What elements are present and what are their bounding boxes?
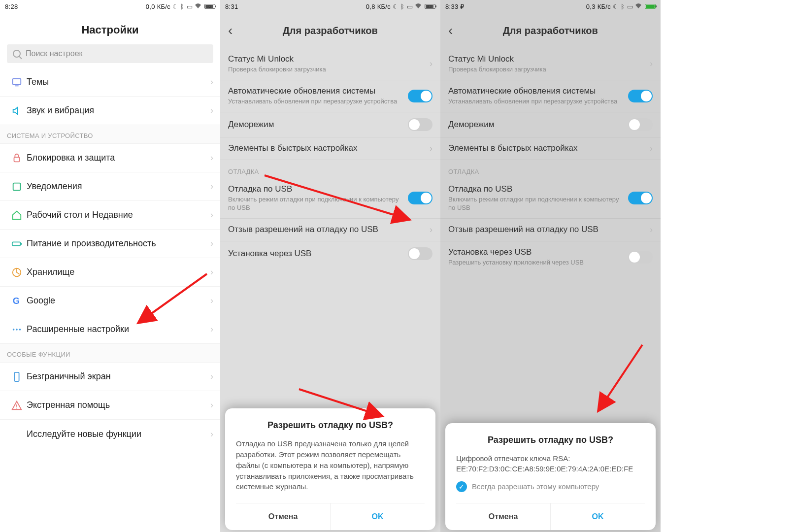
- toggle-switch[interactable]: [408, 118, 432, 131]
- row-label: Безграничный экран: [27, 371, 210, 382]
- chevron-right-icon: ›: [650, 59, 653, 69]
- toggle-switch[interactable]: [628, 118, 653, 131]
- ok-button[interactable]: OK: [331, 503, 425, 530]
- network-speed: 0,0 КБ/с: [146, 3, 170, 10]
- row-sound[interactable]: Звук и вибрация ›: [0, 97, 220, 125]
- toggle-switch[interactable]: [408, 192, 432, 204]
- toggle-switch[interactable]: [628, 192, 653, 204]
- row-qs-tiles[interactable]: Элементы в быстрых настройках ›: [220, 137, 440, 160]
- row-title: Отзыв разрешений на отладку по USB: [228, 225, 425, 234]
- row-title: Установка через USB: [228, 249, 403, 259]
- cancel-button[interactable]: Отмена: [236, 503, 331, 530]
- status-bar: 8:28 0,0 КБ/с ☾ ᛒ ▭ 82: [0, 0, 220, 13]
- search-placeholder: Поиск настроек: [26, 49, 83, 58]
- dialog-body: Цифровой отпечаток ключа RSA: EE:70:F2:D…: [456, 453, 645, 493]
- dnd-icon: ☾: [613, 3, 619, 10]
- row-usb-debug[interactable]: Отладка по USB Включить режим отладки пр…: [440, 178, 661, 219]
- clock: 8:28: [5, 3, 18, 10]
- row-mi-unlock[interactable]: Статус Mi Unlock Проверка блокировки заг…: [440, 48, 661, 80]
- row-label: Расширенные настройки: [27, 324, 210, 334]
- row-home[interactable]: Рабочий стол и Недавние ›: [0, 201, 220, 230]
- row-mi-unlock[interactable]: Статус Mi Unlock Проверка блокировки заг…: [220, 48, 440, 80]
- battery-icon: 82: [204, 4, 215, 9]
- row-auto-update[interactable]: Автоматические обновления системы Устана…: [220, 80, 440, 112]
- wifi-icon: [635, 3, 642, 10]
- row-revoke-usb[interactable]: Отзыв разрешений на отладку по USB ›: [440, 219, 661, 241]
- row-themes[interactable]: Темы ›: [0, 68, 220, 97]
- toggle-switch[interactable]: [628, 251, 653, 264]
- row-install-usb[interactable]: Установка через USB: [220, 241, 440, 266]
- row-title: Отладка по USB: [228, 184, 403, 194]
- more-icon: [7, 324, 27, 335]
- chevron-right-icon: ›: [210, 105, 213, 116]
- dialog-buttons: Отмена OK: [456, 503, 645, 530]
- row-demo[interactable]: Деморежим: [220, 112, 440, 137]
- row-label: Исследуйте новые функции: [27, 429, 210, 439]
- chevron-right-icon: ›: [210, 400, 213, 410]
- dnd-icon: ☾: [172, 3, 178, 10]
- row-label: Уведомления: [27, 181, 210, 192]
- page-title: Для разработчиков: [228, 25, 432, 36]
- row-demo[interactable]: Деморежим: [440, 112, 661, 137]
- checkbox-checked-icon[interactable]: ✓: [456, 481, 467, 492]
- row-fullscreen[interactable]: Безграничный экран ›: [0, 363, 220, 391]
- toggle-switch[interactable]: [408, 247, 432, 260]
- row-qs-tiles[interactable]: Элементы в быстрых настройках ›: [440, 137, 661, 160]
- row-label: Хранилище: [27, 267, 210, 277]
- clock: 8:31: [225, 3, 238, 10]
- lock-icon: [7, 153, 27, 164]
- dialog-body: Отладка по USB предназначена только для …: [236, 438, 425, 492]
- row-explore[interactable]: Исследуйте новые функции ›: [0, 420, 220, 448]
- svg-text:G: G: [13, 296, 20, 306]
- row-label: Питание и производительность: [27, 238, 210, 249]
- chevron-right-icon: ›: [650, 143, 653, 154]
- row-revoke-usb[interactable]: Отзыв разрешений на отладку по USB ›: [220, 219, 440, 241]
- always-allow-row[interactable]: ✓ Всегда разрешать этому компьютеру: [456, 481, 645, 492]
- row-power[interactable]: Питание и производительность ›: [0, 230, 220, 258]
- wifi-icon: [415, 3, 422, 10]
- svg-rect-0: [13, 78, 21, 84]
- row-auto-update[interactable]: Автоматические обновления системы Устана…: [440, 80, 661, 112]
- bluetooth-icon: ᛒ: [621, 3, 625, 10]
- search-icon: [13, 50, 21, 58]
- currency-icon: ₽: [460, 3, 464, 10]
- row-subtitle: Проверка блокировки загрузчика: [448, 66, 645, 74]
- row-advanced[interactable]: Расширенные настройки ›: [0, 315, 220, 344]
- row-title: Деморежим: [228, 120, 403, 130]
- ok-button[interactable]: OK: [551, 503, 645, 530]
- sound-icon: [7, 105, 27, 116]
- storage-icon: [7, 267, 27, 278]
- section-header-features: ОСОБЫЕ ФУНКЦИИ: [0, 344, 220, 363]
- search-input[interactable]: Поиск настроек: [7, 44, 213, 63]
- status-bar: 8:31 0,8 КБ/с ☾ ᛒ ▭ 83: [220, 0, 440, 13]
- toggle-switch[interactable]: [408, 90, 432, 102]
- row-notifications[interactable]: Уведомления ›: [0, 172, 220, 201]
- battery-icon: [645, 4, 656, 9]
- rsa-fingerprint-dialog: Разрешить отладку по USB? Цифровой отпеч…: [445, 423, 656, 531]
- row-lock[interactable]: Блокировка и защита ›: [0, 144, 220, 172]
- dnd-icon: ☾: [393, 3, 399, 10]
- warning-icon: [7, 400, 27, 411]
- chevron-right-icon: ›: [210, 296, 213, 306]
- row-label: Экстренная помощь: [27, 400, 210, 410]
- network-speed: 0,8 КБ/с: [366, 3, 391, 10]
- row-label: Google: [27, 296, 210, 306]
- dialog-buttons: Отмена OK: [236, 503, 425, 530]
- row-title: Автоматические обновления системы: [448, 86, 623, 96]
- row-storage[interactable]: Хранилище ›: [0, 258, 220, 287]
- page-title: Настройки: [0, 13, 220, 44]
- notifications-icon: [7, 181, 27, 192]
- row-google[interactable]: G Google ›: [0, 287, 220, 315]
- row-emergency[interactable]: Экстренная помощь ›: [0, 391, 220, 420]
- row-install-usb[interactable]: Установка через USB Разрешить установку …: [440, 241, 661, 273]
- dialog-title: Разрешить отладку по USB?: [456, 435, 645, 445]
- chevron-right-icon: ›: [210, 429, 213, 439]
- row-usb-debug[interactable]: Отладка по USB Включить режим отладки пр…: [220, 178, 440, 219]
- section-header-system: СИСТЕМА И УСТРОЙСТВО: [0, 125, 220, 144]
- svg-rect-4: [12, 242, 21, 245]
- wifi-icon: [195, 3, 201, 10]
- cancel-button[interactable]: Отмена: [456, 503, 551, 530]
- chevron-right-icon: ›: [210, 77, 213, 87]
- toggle-switch[interactable]: [628, 90, 653, 102]
- rsa-label: Цифровой отпечаток ключа RSA:: [456, 453, 645, 464]
